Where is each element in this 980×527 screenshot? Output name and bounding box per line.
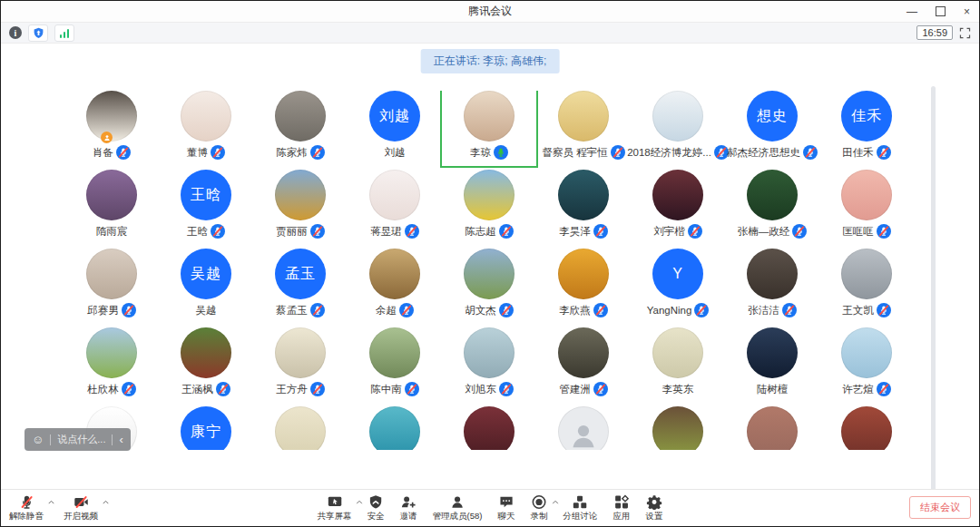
mic-muted-icon	[310, 382, 325, 396]
toolbar-members-button[interactable]: 管理成员(58)	[433, 494, 483, 522]
chevron-up-icon[interactable]	[47, 498, 55, 506]
participant-name: 余超	[376, 304, 397, 317]
maximize-button[interactable]	[936, 6, 946, 16]
chevron-up-icon[interactable]	[356, 498, 364, 506]
avatar: 王晗	[181, 170, 231, 220]
toolbar-security-button[interactable]: 安全	[368, 494, 385, 522]
chevron-up-icon[interactable]	[102, 498, 110, 506]
participant-tile[interactable]: 匡哐哐	[819, 170, 914, 245]
participant-tile[interactable]: 李琼	[442, 91, 536, 166]
participant-tile[interactable]	[348, 406, 442, 450]
avatar	[369, 249, 420, 299]
minimize-button[interactable]: —	[906, 6, 917, 17]
chevron-up-icon[interactable]	[551, 498, 559, 506]
mic-muted-icon	[803, 145, 818, 160]
mic-muted-icon	[593, 224, 608, 239]
participant-tile[interactable]: 杜欣林	[64, 327, 159, 403]
participant-tile[interactable]	[253, 406, 348, 450]
participant-tile[interactable]: 刘宇楷	[631, 170, 725, 245]
avatar	[747, 327, 798, 378]
avatar	[652, 170, 703, 220]
avatar	[558, 249, 609, 299]
avatar	[652, 406, 703, 450]
participant-tile[interactable]	[536, 406, 631, 450]
participant-tile[interactable]	[819, 406, 914, 450]
participant-tile[interactable]: 陈志超	[442, 170, 536, 245]
participant-tile[interactable]: 余超	[348, 249, 442, 324]
participant-tile[interactable]: 董博	[159, 91, 253, 166]
participant-name: 王涵枫	[181, 383, 213, 396]
toolbar-share-screen-label: 共享屏幕	[318, 511, 352, 522]
participant-tile[interactable]: 许艺煊	[819, 327, 914, 403]
participant-tile[interactable]: 康宁	[159, 406, 253, 450]
avatar	[369, 170, 420, 220]
signal-strength-indicator[interactable]	[54, 24, 74, 42]
participant-tile[interactable]: 刘旭东	[442, 327, 536, 403]
participant-tile[interactable]: 陈中南	[348, 327, 442, 403]
meeting-info-icon[interactable]: i	[9, 26, 22, 39]
mic-muted-icon	[611, 145, 625, 160]
toolbar-chat-button[interactable]: 聊天	[497, 494, 514, 522]
participant-tile[interactable]: 王方舟	[253, 327, 348, 403]
participant-name: 陈志超	[465, 225, 496, 239]
participant-name: 郝杰经济思想史	[727, 146, 800, 160]
participant-tile[interactable]	[442, 406, 536, 450]
participant-tile[interactable]: 陆树檀	[725, 327, 819, 403]
participant-tile[interactable]: 胡文杰	[442, 249, 536, 324]
participant-tile[interactable]: 管建洲	[536, 327, 631, 403]
fullscreen-button[interactable]	[959, 27, 971, 39]
participant-tile[interactable]: 李英东	[631, 327, 725, 403]
participant-tile[interactable]: 张洁洁	[725, 249, 819, 324]
participant-tile[interactable]: 陈家炜	[253, 91, 348, 166]
signal-bars-icon	[60, 28, 70, 38]
chat-quick-input[interactable]: ☺ 说点什么... ‹	[24, 428, 131, 451]
divider	[112, 434, 113, 445]
toolbar-apps-button[interactable]: 应用	[612, 494, 630, 522]
participant-tile[interactable]: Y YangNing	[631, 249, 725, 324]
participant-tile[interactable]: 王文凯	[819, 249, 914, 324]
participant-tile[interactable]: 刘越 刘越	[348, 91, 442, 166]
participant-tile[interactable]: 王涵枫	[159, 327, 253, 403]
collapse-chat-icon[interactable]: ‹	[119, 434, 122, 445]
participant-tile[interactable]: 邱赛男	[64, 249, 159, 324]
invite-icon	[401, 494, 416, 510]
participant-tile[interactable]: 李欣燕	[536, 249, 631, 324]
toolbar-settings-button[interactable]: 设置	[645, 494, 662, 522]
participant-tile[interactable]: 蒋昱珺	[348, 170, 442, 245]
toolbar-share-screen-button[interactable]: 共享屏幕	[318, 494, 352, 522]
participant-tile[interactable]: 佳禾 田佳禾	[819, 91, 914, 166]
vertical-scrollbar[interactable]	[931, 86, 936, 511]
mic-muted-icon	[405, 224, 419, 239]
participant-tile[interactable]	[725, 406, 819, 450]
toolbar-unmute-button[interactable]: 解除静音	[9, 494, 44, 522]
apps-icon	[613, 494, 629, 510]
participant-tile[interactable]: 贾丽丽	[253, 170, 348, 245]
toolbar-start-video-button[interactable]: 开启视频	[64, 494, 98, 522]
toolbar-breakout-label: 分组讨论	[563, 511, 597, 522]
end-meeting-button[interactable]: 结束会议	[909, 496, 971, 519]
mic-muted-icon	[310, 224, 325, 239]
network-security-badge[interactable]	[28, 24, 48, 42]
participant-tile[interactable]: 张楠—政经	[725, 170, 819, 245]
participant-tile[interactable]: 督察员 程宇恒	[536, 91, 631, 166]
meeting-window: 腾讯会议 — × i 16:59 正在讲话: 李琼; 高雄伟; 肖备 董博	[0, 0, 980, 527]
mic-muted-icon	[688, 224, 702, 239]
participant-tile[interactable]: 肖备	[64, 91, 159, 166]
participant-tile[interactable]: 2018经济博龙婷...	[631, 91, 725, 166]
toolbar-breakout-button[interactable]: 分组讨论	[563, 494, 597, 522]
close-button[interactable]: ×	[964, 6, 970, 17]
emoji-icon[interactable]: ☺	[32, 434, 44, 445]
participant-tile[interactable]: 孟玉 蔡孟玉	[253, 249, 348, 324]
participant-tile[interactable]: 隋雨宸	[64, 170, 159, 245]
mic-muted-icon	[877, 224, 891, 239]
participant-tile[interactable]	[631, 406, 725, 450]
toolbar-invite-button[interactable]: 邀请	[400, 494, 417, 522]
participant-tile[interactable]: 李昊泽	[536, 170, 631, 245]
participant-tile[interactable]: 想史 郝杰经济思想史	[725, 91, 819, 166]
participant-tile[interactable]: 王晗 王晗	[159, 170, 253, 245]
participant-tile[interactable]: 吴越 吴越	[159, 249, 253, 324]
bottom-toolbar: 解除静音开启视频 共享屏幕安全邀请管理成员(58)聊天录制分组讨论应用设置 结束…	[1, 489, 979, 526]
participant-name: 许艺煊	[842, 383, 874, 396]
toolbar-record-button[interactable]: 录制	[530, 494, 547, 522]
chat-input-placeholder[interactable]: 说点什么...	[57, 433, 105, 446]
